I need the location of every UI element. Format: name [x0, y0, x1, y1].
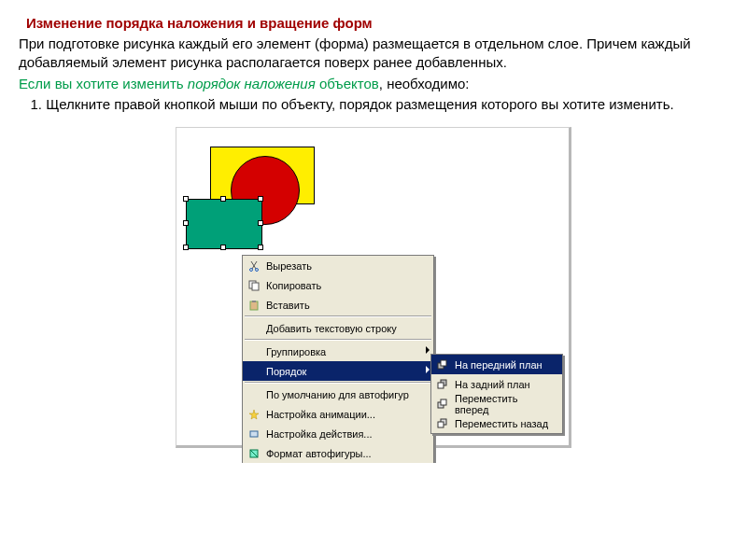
cut-icon — [247, 259, 261, 273]
svg-rect-13 — [438, 383, 444, 388]
paragraph-1: При подготовке рисунка каждый его элемен… — [19, 35, 728, 73]
menu-label: Группировка — [266, 346, 326, 357]
menu-label: Формат автофигуры... — [266, 448, 372, 459]
bring-forward-icon — [435, 398, 450, 411]
selection-handle[interactable] — [183, 220, 189, 226]
menu-item-format-autoshape[interactable]: Формат автофигуры... — [243, 443, 433, 463]
selection-handle[interactable] — [258, 220, 263, 226]
p2-part-d: , необходимо: — [379, 76, 470, 91]
blank-icon — [247, 322, 261, 335]
menu-item-cut[interactable]: Вырезать — [243, 256, 433, 275]
menu-separator — [245, 339, 431, 341]
section-title: Изменение порядка наложения и вращение ф… — [26, 15, 728, 31]
blank-icon — [247, 365, 261, 378]
menu-item-order[interactable]: Порядок — [243, 361, 433, 381]
selection-handle[interactable] — [183, 196, 189, 202]
context-menu: Вырезать Копировать Вставить Добавить те… — [242, 255, 434, 463]
selection-handle[interactable] — [183, 245, 189, 250]
submenu-label: Переместить вперед — [455, 393, 549, 415]
send-back-icon — [435, 378, 450, 391]
menu-label: Добавить текстовую строку — [266, 323, 397, 334]
menu-item-default-autoshape[interactable]: По умолчанию для автофигур — [243, 385, 433, 404]
figure-canvas: Вырезать Копировать Вставить Добавить те… — [176, 127, 571, 448]
format-icon — [247, 447, 261, 460]
svg-rect-5 — [252, 301, 256, 302]
selection-handle[interactable] — [220, 196, 226, 202]
selection-handle[interactable] — [220, 245, 226, 250]
menu-item-paste[interactable]: Вставить — [243, 295, 433, 315]
menu-label: Копировать — [266, 280, 321, 291]
selection-handle[interactable] — [258, 196, 263, 202]
bring-front-icon — [435, 358, 450, 371]
order-submenu: На передний план На задний план Перемест… — [430, 354, 563, 434]
submenu-label: Переместить назад — [455, 418, 548, 429]
svg-rect-7 — [250, 431, 258, 437]
selection-handle[interactable] — [258, 245, 263, 250]
menu-item-copy[interactable]: Копировать — [243, 275, 433, 295]
submenu-label: На задний план — [455, 379, 530, 390]
paste-icon — [247, 299, 261, 312]
p2-part-a: Если вы хотите изменить — [19, 76, 188, 91]
submenu-item-bring-forward[interactable]: Переместить вперед — [431, 394, 562, 413]
menu-label: Настройка действия... — [266, 428, 373, 440]
menu-label: Вырезать — [266, 260, 312, 272]
menu-item-animation-settings[interactable]: Настройка анимации... — [243, 404, 433, 424]
submenu-item-send-backward[interactable]: Переместить назад — [431, 413, 562, 433]
p2-part-b: порядок наложения — [188, 76, 316, 91]
blank-icon — [247, 388, 261, 401]
menu-label: Вставить — [266, 300, 310, 311]
svg-point-1 — [256, 268, 259, 271]
svg-rect-11 — [441, 360, 446, 366]
submenu-arrow-icon — [426, 346, 430, 354]
menu-separator — [245, 382, 431, 384]
svg-marker-6 — [249, 410, 259, 419]
menu-label: Настройка анимации... — [266, 409, 375, 420]
paragraph-2: Если вы хотите изменить порядок наложени… — [19, 75, 728, 93]
submenu-label: На передний план — [455, 359, 543, 371]
action-icon — [247, 427, 261, 441]
menu-label: По умолчанию для автофигур — [266, 389, 409, 400]
blank-icon — [247, 345, 261, 358]
shape-rectangle-teal-selected[interactable] — [186, 199, 262, 249]
menu-label: Порядок — [266, 366, 306, 377]
svg-rect-15 — [441, 399, 446, 405]
p2-part-c: объектов — [316, 76, 379, 91]
menu-separator — [245, 315, 431, 317]
svg-rect-17 — [438, 422, 444, 427]
send-backward-icon — [435, 417, 450, 430]
svg-rect-3 — [252, 283, 259, 290]
animation-icon — [247, 408, 261, 421]
menu-item-action-settings[interactable]: Настройка действия... — [243, 424, 433, 443]
svg-rect-4 — [250, 301, 258, 310]
paragraph-3: 1. Щелкните правой кнопкой мыши по объек… — [19, 95, 728, 114]
submenu-arrow-icon — [426, 366, 430, 373]
menu-item-grouping[interactable]: Группировка — [243, 342, 433, 361]
menu-item-add-text[interactable]: Добавить текстовую строку — [243, 318, 433, 338]
copy-icon — [247, 279, 261, 292]
svg-point-0 — [250, 268, 253, 271]
submenu-item-bring-to-front[interactable]: На передний план — [431, 355, 562, 374]
submenu-item-send-to-back[interactable]: На задний план — [431, 374, 562, 394]
